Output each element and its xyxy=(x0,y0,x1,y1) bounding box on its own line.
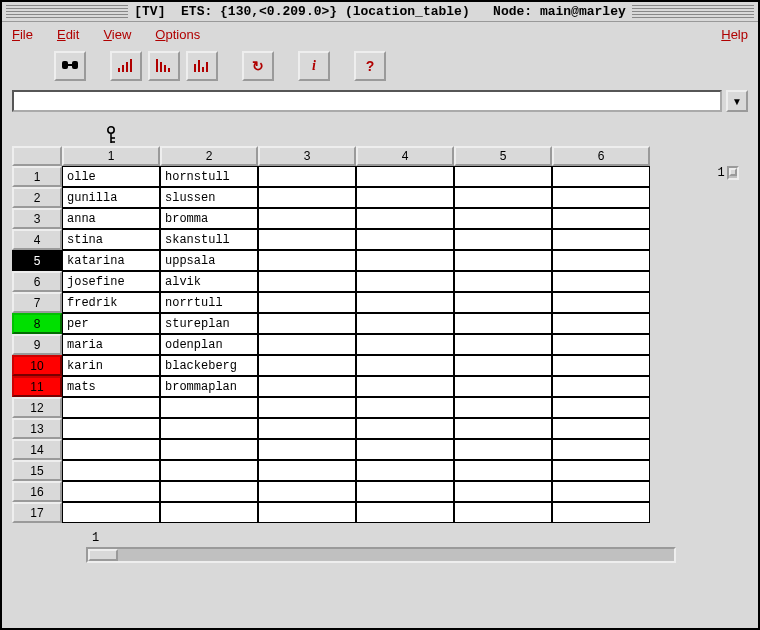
cell[interactable] xyxy=(356,229,454,250)
cell[interactable] xyxy=(258,418,356,439)
table-row[interactable]: 13 xyxy=(12,418,700,439)
cell[interactable] xyxy=(356,271,454,292)
cell[interactable] xyxy=(258,229,356,250)
cell[interactable] xyxy=(160,439,258,460)
cell[interactable] xyxy=(356,376,454,397)
row-number[interactable]: 10 xyxy=(12,355,62,376)
menu-options[interactable]: Options xyxy=(155,27,200,42)
cell[interactable] xyxy=(454,502,552,523)
cell[interactable]: olle xyxy=(62,166,160,187)
cell[interactable] xyxy=(454,460,552,481)
cell[interactable] xyxy=(258,166,356,187)
cell[interactable] xyxy=(356,439,454,460)
cell[interactable] xyxy=(62,397,160,418)
help-button[interactable]: ? xyxy=(354,51,386,81)
cell[interactable] xyxy=(454,292,552,313)
cell[interactable] xyxy=(356,397,454,418)
menu-file[interactable]: File xyxy=(12,27,33,42)
cell[interactable] xyxy=(356,166,454,187)
cell[interactable] xyxy=(454,439,552,460)
cell[interactable] xyxy=(356,187,454,208)
cell[interactable] xyxy=(356,334,454,355)
cell[interactable] xyxy=(356,292,454,313)
cell[interactable] xyxy=(258,502,356,523)
row-number[interactable]: 14 xyxy=(12,439,62,460)
table-row[interactable]: 12 xyxy=(12,397,700,418)
table-row[interactable]: 10karinblackeberg xyxy=(12,355,700,376)
col-head-2[interactable]: 2 xyxy=(160,146,258,166)
row-number[interactable]: 4 xyxy=(12,229,62,250)
cell[interactable] xyxy=(552,334,650,355)
col-head-5[interactable]: 5 xyxy=(454,146,552,166)
cell[interactable] xyxy=(454,355,552,376)
cell[interactable] xyxy=(356,250,454,271)
table-row[interactable]: 1ollehornstull xyxy=(12,166,700,187)
cell[interactable] xyxy=(552,481,650,502)
cell[interactable]: brommaplan xyxy=(160,376,258,397)
cell[interactable]: mats xyxy=(62,376,160,397)
cell[interactable] xyxy=(356,313,454,334)
cell[interactable] xyxy=(552,271,650,292)
cell[interactable] xyxy=(454,166,552,187)
cell[interactable]: norrtull xyxy=(160,292,258,313)
cell[interactable] xyxy=(552,397,650,418)
row-number[interactable]: 15 xyxy=(12,460,62,481)
menu-edit[interactable]: Edit xyxy=(57,27,79,42)
cell[interactable] xyxy=(454,376,552,397)
cell[interactable]: maria xyxy=(62,334,160,355)
cell[interactable] xyxy=(552,166,650,187)
cell[interactable] xyxy=(62,502,160,523)
sort-desc-button[interactable] xyxy=(148,51,180,81)
cell[interactable] xyxy=(258,439,356,460)
table-row[interactable]: 6josefinealvik xyxy=(12,271,700,292)
cell[interactable] xyxy=(356,208,454,229)
menu-view[interactable]: View xyxy=(103,27,131,42)
cell[interactable] xyxy=(258,460,356,481)
cell[interactable] xyxy=(552,502,650,523)
sort-none-button[interactable] xyxy=(186,51,218,81)
cell[interactable] xyxy=(552,418,650,439)
cell[interactable]: odenplan xyxy=(160,334,258,355)
hscroll-track[interactable] xyxy=(86,547,676,563)
cell[interactable]: skanstull xyxy=(160,229,258,250)
cell[interactable] xyxy=(62,439,160,460)
row-number[interactable]: 1 xyxy=(12,166,62,187)
cell[interactable]: hornstull xyxy=(160,166,258,187)
vscroll-mini-thumb[interactable] xyxy=(729,168,737,176)
cell[interactable] xyxy=(552,250,650,271)
row-number[interactable]: 7 xyxy=(12,292,62,313)
entry-dropdown-button[interactable]: ▼ xyxy=(726,90,748,112)
cell[interactable]: karin xyxy=(62,355,160,376)
row-number[interactable]: 9 xyxy=(12,334,62,355)
cell[interactable] xyxy=(454,271,552,292)
entry-field[interactable] xyxy=(12,90,722,112)
cell[interactable] xyxy=(258,187,356,208)
cell[interactable] xyxy=(160,418,258,439)
sort-asc-button[interactable] xyxy=(110,51,142,81)
cell[interactable] xyxy=(356,355,454,376)
cell[interactable] xyxy=(258,481,356,502)
cell[interactable] xyxy=(356,502,454,523)
refresh-button[interactable]: ↻ xyxy=(242,51,274,81)
cell[interactable] xyxy=(454,208,552,229)
table-row[interactable]: 14 xyxy=(12,439,700,460)
row-number[interactable]: 3 xyxy=(12,208,62,229)
cell[interactable]: blackeberg xyxy=(160,355,258,376)
table-row[interactable]: 7fredriknorrtull xyxy=(12,292,700,313)
cell[interactable] xyxy=(258,376,356,397)
table-row[interactable]: 15 xyxy=(12,460,700,481)
cell[interactable] xyxy=(552,376,650,397)
cell[interactable]: stina xyxy=(62,229,160,250)
cell[interactable] xyxy=(160,481,258,502)
table-row[interactable]: 11matsbrommaplan xyxy=(12,376,700,397)
info-button[interactable]: i xyxy=(298,51,330,81)
cell[interactable] xyxy=(454,313,552,334)
col-head-1[interactable]: 1 xyxy=(62,146,160,166)
table-row[interactable]: 4stinaskanstull xyxy=(12,229,700,250)
cell[interactable] xyxy=(552,355,650,376)
cell[interactable]: fredrik xyxy=(62,292,160,313)
cell[interactable] xyxy=(258,271,356,292)
row-number[interactable]: 16 xyxy=(12,481,62,502)
col-head-4[interactable]: 4 xyxy=(356,146,454,166)
cell[interactable] xyxy=(552,208,650,229)
